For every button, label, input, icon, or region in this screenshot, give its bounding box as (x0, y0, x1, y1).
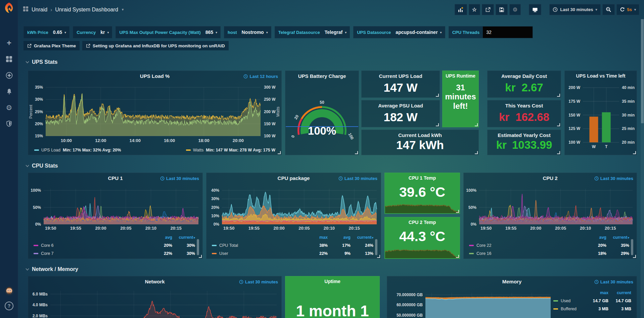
panel-resize-handle[interactable] (557, 151, 560, 154)
panel-title[interactable]: Estimated Yearly Cost (488, 132, 561, 138)
time-range-picker[interactable]: Last 30 minutes ▾ (549, 4, 600, 15)
server-admin-shield-icon[interactable] (0, 118, 18, 130)
ups-battery-gauge[interactable]: 02050100100% (285, 71, 359, 155)
variable-host[interactable]: hostNostromo▾ (224, 26, 271, 38)
legend-column-current[interactable]: current▾ (351, 235, 373, 240)
panel-title[interactable]: CPU 2 Temp (385, 220, 460, 225)
legend-series-name[interactable]: Core 7 (41, 251, 149, 256)
variable-kwh-price[interactable]: kWh Price0.65▾ (24, 26, 70, 38)
panel-resize-handle[interactable] (475, 151, 478, 154)
legend-series-name[interactable]: Core 16 (476, 251, 584, 256)
legend-series-name[interactable]: Used (561, 299, 586, 303)
legend-scrollbar[interactable] (631, 239, 633, 255)
variable-currency[interactable]: Currencykr▾ (73, 26, 112, 38)
legend-scrollbar[interactable] (375, 239, 377, 255)
variable-label: Telegraf Datasource (275, 30, 323, 35)
variable-value[interactable]: 0.65 (52, 30, 63, 35)
user-avatar[interactable] (0, 285, 18, 297)
legend-series-name[interactable]: UPS Load (41, 148, 60, 152)
star-dashboard-button[interactable]: ☆ (469, 4, 480, 15)
panel-resize-handle[interactable] (633, 151, 636, 154)
ups-load-vs-time-chart[interactable]: 200 W175 W150 W125 W100 W40 min35 min30 … (565, 71, 637, 155)
refresh-button[interactable]: 5s ▾ (616, 4, 640, 15)
dashboards-icon[interactable] (0, 53, 18, 65)
panel-title[interactable]: Average Daily Cost (488, 73, 561, 79)
legend-column-current[interactable]: current (608, 290, 631, 295)
dashboard-link-setting-up-grafana-and-influxdb-for-ups-monitoring-on-unraid[interactable]: Setting up Grafana and InfluxDB for UPS … (82, 41, 229, 50)
legend-series-name[interactable]: Core 6 (41, 243, 149, 248)
dashboards-grid-icon[interactable] (23, 6, 29, 13)
legend-column-max[interactable]: max (586, 290, 608, 295)
caret-down-icon[interactable]: ▾ (122, 7, 124, 12)
configuration-gear-icon[interactable]: ⚙ (0, 101, 18, 113)
help-icon[interactable]: ? (0, 300, 18, 312)
variable-value[interactable]: apcupsd-container (394, 30, 439, 35)
panel-title[interactable]: Current UPS Load (362, 73, 440, 79)
variable-input[interactable] (483, 27, 533, 38)
panel-title[interactable]: CPU 1 Temp (385, 175, 460, 181)
panel-title[interactable]: UPS Runtime (443, 73, 478, 79)
caret-down-icon: ▾ (265, 31, 271, 34)
svg-text:100 W: 100 W (264, 134, 276, 138)
panel-resize-handle[interactable] (557, 123, 560, 126)
legend-series-name[interactable]: User (219, 251, 305, 256)
alerting-bell-icon[interactable] (0, 85, 18, 97)
panel-resize-handle[interactable] (355, 151, 358, 154)
legend-column-current[interactable]: current▾ (606, 235, 629, 240)
legend-column-max[interactable]: max (305, 235, 328, 240)
panel-title[interactable]: UPS Load vs Time left (565, 73, 637, 79)
panel-resize-handle[interactable] (436, 94, 439, 97)
panel-resize-handle[interactable] (557, 94, 560, 97)
legend-series-name[interactable]: Core 22 (476, 243, 584, 248)
legend-column-avg[interactable]: avg (584, 235, 606, 240)
panel-title[interactable]: UPS Battery Charge (285, 73, 359, 79)
zoom-out-time-button[interactable] (602, 4, 615, 15)
share-dashboard-button[interactable] (482, 4, 494, 15)
dashboard-title[interactable]: Unraid System Dashboard (55, 7, 118, 13)
variable-value[interactable]: kr (99, 30, 106, 35)
dashboard-link-grafana-plex-theme[interactable]: Grafana Plex Theme (24, 41, 80, 50)
panel-title[interactable]: Current Load kWh (362, 132, 478, 138)
section-cpu-stats[interactable]: CPU Stats (26, 163, 58, 169)
dashboard-settings-button[interactable]: ⚙ (509, 4, 521, 15)
legend-column-avg[interactable]: avg (328, 235, 351, 240)
grafana-logo-icon[interactable] (3, 2, 15, 13)
variable-value[interactable]: 865 (204, 30, 215, 35)
legend-series-name[interactable]: Buffered (561, 307, 586, 311)
save-dashboard-button[interactable] (496, 4, 508, 15)
panel-resize-handle[interactable] (633, 255, 636, 258)
legend-column-avg[interactable]: avg (149, 235, 172, 240)
scrollbar-thumb[interactable] (641, 19, 644, 123)
legend-scrollbar[interactable] (197, 239, 199, 255)
ups-load-chart[interactable]: 10:0012:0014:0016:0018:0020:0035%30%25%2… (28, 71, 281, 155)
legend-value: 30% (172, 251, 195, 256)
tv-mode-button[interactable] (529, 4, 541, 15)
panel-resize-handle[interactable] (199, 255, 202, 258)
variable-value[interactable]: Telegraf (323, 30, 344, 35)
legend-column-current[interactable]: current▾ (172, 235, 195, 240)
variable-cpu-threads[interactable]: CPU Threads (449, 26, 533, 38)
variable-value[interactable]: Nostromo (240, 30, 265, 35)
variable-ups-datasource[interactable]: UPS Datasourceapcupsd-container▾ (353, 26, 445, 38)
legend-series-name[interactable]: CPU Total (219, 243, 305, 248)
variable-ups-max-output-power-capacity-watt[interactable]: UPS Max Output Power Capacity (Watt)865▾ (116, 26, 221, 38)
add-panel-button[interactable] (455, 4, 467, 15)
create-plus-icon[interactable]: + (0, 37, 18, 49)
panel-title[interactable]: This Years Cost (488, 103, 561, 108)
panel-title[interactable]: Uptime (285, 279, 379, 284)
panel-resize-handle[interactable] (377, 255, 380, 258)
panel-resize-handle[interactable] (475, 123, 478, 126)
variable-telegraf-datasource[interactable]: Telegraf DatasourceTelegraf▾ (275, 26, 350, 38)
refresh-interval[interactable]: 5s (627, 7, 632, 12)
page-scrollbar[interactable] (641, 19, 644, 318)
explore-compass-icon[interactable] (0, 69, 18, 81)
panel-resize-handle[interactable] (278, 151, 281, 154)
section-network-memory[interactable]: Network / Memory (26, 266, 78, 272)
section-ups-stats[interactable]: UPS Stats (26, 59, 57, 65)
breadcrumb-root[interactable]: Unraid (32, 7, 47, 13)
panel-title[interactable]: Average PSU Load (362, 103, 440, 108)
legend-series-name[interactable]: Watts (193, 148, 203, 152)
panel-resize-handle[interactable] (456, 255, 459, 258)
panel-resize-handle[interactable] (436, 123, 439, 126)
panel-resize-handle[interactable] (456, 210, 459, 213)
